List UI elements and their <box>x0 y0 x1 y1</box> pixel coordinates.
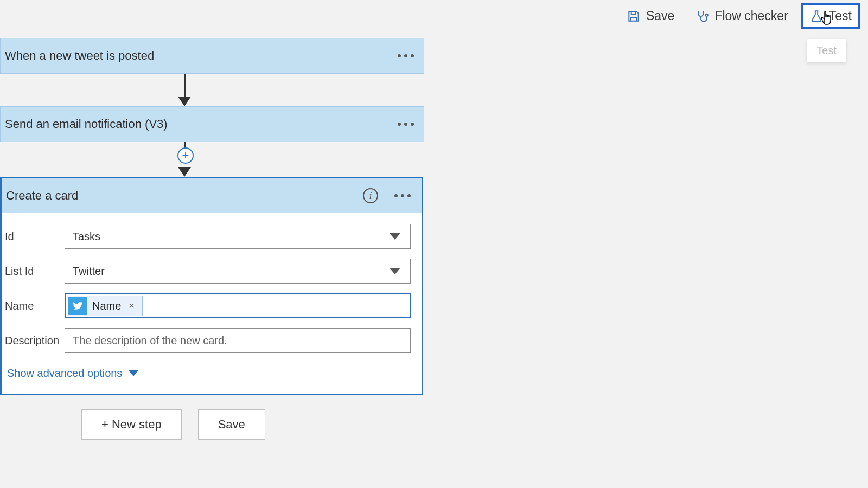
list-id-label: List Id <box>5 265 65 278</box>
description-input[interactable]: The description of the new card. <box>65 328 411 353</box>
description-label: Description <box>5 335 65 347</box>
save-button[interactable]: Save <box>618 3 682 29</box>
board-id-value: Tasks <box>73 230 100 243</box>
test-label: Test <box>829 9 852 23</box>
flask-icon <box>809 9 824 23</box>
create-card-title: Create a card <box>6 189 78 203</box>
test-button[interactable]: Test <box>801 3 860 29</box>
token-remove[interactable]: × <box>126 300 137 312</box>
board-id-label: Id <box>5 230 65 243</box>
list-id-select[interactable]: Twitter <box>65 259 411 284</box>
top-toolbar: Save Flow checker Test <box>618 3 860 29</box>
card-name-label: Name <box>5 300 65 312</box>
advanced-options-toggle[interactable]: Show advanced options <box>5 363 411 385</box>
new-step-button[interactable]: + New step <box>81 409 182 440</box>
action-email-title: Send an email notification (V3) <box>5 117 168 131</box>
chevron-down-icon <box>129 370 138 376</box>
save-label: Save <box>646 9 674 23</box>
save-icon <box>627 9 641 23</box>
create-card-header[interactable]: Create a card i <box>2 178 422 213</box>
stethoscope-icon <box>695 9 709 23</box>
action-email-menu[interactable] <box>398 123 414 126</box>
board-id-select[interactable]: Tasks <box>65 224 411 249</box>
token-label: Name <box>92 300 121 312</box>
create-card-form: Id Tasks List Id Twitter Name <box>2 213 422 394</box>
canvas-footer: + New step Save <box>81 409 265 440</box>
chevron-down-icon <box>390 268 400 274</box>
trigger-card[interactable]: When a new tweet is posted <box>0 38 424 74</box>
info-icon[interactable]: i <box>363 188 378 203</box>
canvas-save-button[interactable]: Save <box>198 409 265 440</box>
dynamic-token-name[interactable]: Name × <box>68 296 143 316</box>
flow-checker-label: Flow checker <box>714 9 788 23</box>
create-card-step: Create a card i Id Tasks List Id Twitter <box>0 177 423 395</box>
list-id-value: Twitter <box>73 265 105 278</box>
chevron-down-icon <box>390 233 400 240</box>
trigger-title: When a new tweet is posted <box>5 49 154 63</box>
test-tooltip: Test <box>807 39 846 62</box>
trigger-menu[interactable] <box>398 54 414 57</box>
flow-canvas: When a new tweet is posted Send an email… <box>0 38 434 395</box>
create-card-menu[interactable] <box>394 194 411 197</box>
arrow-1 <box>174 74 195 106</box>
svg-point-0 <box>706 14 708 16</box>
action-card-email[interactable]: Send an email notification (V3) <box>0 106 424 142</box>
twitter-icon <box>68 297 87 315</box>
flow-checker-button[interactable]: Flow checker <box>687 3 796 29</box>
card-name-input[interactable]: Name × <box>65 293 411 318</box>
advanced-options-label: Show advanced options <box>7 367 122 380</box>
insert-step-button[interactable]: + <box>177 147 194 164</box>
